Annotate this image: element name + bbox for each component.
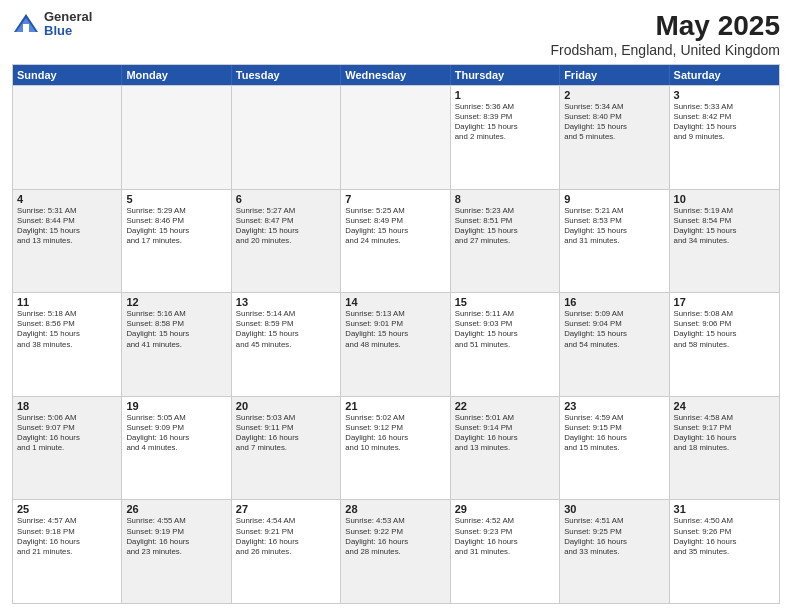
day-number: 13 [236, 296, 336, 308]
day-number: 16 [564, 296, 664, 308]
title-block: May 2025 Frodsham, England, United Kingd… [550, 10, 780, 58]
day-header-monday: Monday [122, 65, 231, 85]
day-number: 12 [126, 296, 226, 308]
day-number: 30 [564, 503, 664, 515]
day-number: 25 [17, 503, 117, 515]
day-number: 18 [17, 400, 117, 412]
calendar-row: 1Sunrise: 5:36 AM Sunset: 8:39 PM Daylig… [13, 85, 779, 189]
logo-icon [12, 10, 40, 38]
day-info: Sunrise: 5:11 AM Sunset: 9:03 PM Dayligh… [455, 309, 555, 350]
calendar-header: SundayMondayTuesdayWednesdayThursdayFrid… [13, 65, 779, 85]
day-info: Sunrise: 5:23 AM Sunset: 8:51 PM Dayligh… [455, 206, 555, 247]
day-number: 31 [674, 503, 775, 515]
day-number: 27 [236, 503, 336, 515]
calendar-cell: 7Sunrise: 5:25 AM Sunset: 8:49 PM Daylig… [341, 190, 450, 293]
day-number: 22 [455, 400, 555, 412]
calendar-cell: 15Sunrise: 5:11 AM Sunset: 9:03 PM Dayli… [451, 293, 560, 396]
calendar-cell [122, 86, 231, 189]
day-info: Sunrise: 5:06 AM Sunset: 9:07 PM Dayligh… [17, 413, 117, 454]
logo-text: General Blue [44, 10, 92, 39]
calendar-cell: 25Sunrise: 4:57 AM Sunset: 9:18 PM Dayli… [13, 500, 122, 603]
day-info: Sunrise: 5:16 AM Sunset: 8:58 PM Dayligh… [126, 309, 226, 350]
calendar-cell: 24Sunrise: 4:58 AM Sunset: 9:17 PM Dayli… [670, 397, 779, 500]
day-number: 2 [564, 89, 664, 101]
calendar-cell: 26Sunrise: 4:55 AM Sunset: 9:19 PM Dayli… [122, 500, 231, 603]
main-title: May 2025 [550, 10, 780, 42]
day-number: 8 [455, 193, 555, 205]
day-header-thursday: Thursday [451, 65, 560, 85]
day-info: Sunrise: 5:02 AM Sunset: 9:12 PM Dayligh… [345, 413, 445, 454]
day-number: 9 [564, 193, 664, 205]
day-info: Sunrise: 4:54 AM Sunset: 9:21 PM Dayligh… [236, 516, 336, 557]
day-number: 6 [236, 193, 336, 205]
calendar-cell: 11Sunrise: 5:18 AM Sunset: 8:56 PM Dayli… [13, 293, 122, 396]
day-info: Sunrise: 5:27 AM Sunset: 8:47 PM Dayligh… [236, 206, 336, 247]
day-number: 5 [126, 193, 226, 205]
calendar-cell: 22Sunrise: 5:01 AM Sunset: 9:14 PM Dayli… [451, 397, 560, 500]
subtitle: Frodsham, England, United Kingdom [550, 42, 780, 58]
calendar-cell: 6Sunrise: 5:27 AM Sunset: 8:47 PM Daylig… [232, 190, 341, 293]
day-info: Sunrise: 5:36 AM Sunset: 8:39 PM Dayligh… [455, 102, 555, 143]
day-header-sunday: Sunday [13, 65, 122, 85]
calendar-cell [13, 86, 122, 189]
day-info: Sunrise: 5:21 AM Sunset: 8:53 PM Dayligh… [564, 206, 664, 247]
calendar-cell: 23Sunrise: 4:59 AM Sunset: 9:15 PM Dayli… [560, 397, 669, 500]
calendar-row: 25Sunrise: 4:57 AM Sunset: 9:18 PM Dayli… [13, 499, 779, 603]
day-number: 28 [345, 503, 445, 515]
day-number: 26 [126, 503, 226, 515]
day-number: 29 [455, 503, 555, 515]
calendar-cell: 28Sunrise: 4:53 AM Sunset: 9:22 PM Dayli… [341, 500, 450, 603]
day-number: 1 [455, 89, 555, 101]
day-info: Sunrise: 5:19 AM Sunset: 8:54 PM Dayligh… [674, 206, 775, 247]
day-info: Sunrise: 5:05 AM Sunset: 9:09 PM Dayligh… [126, 413, 226, 454]
calendar: SundayMondayTuesdayWednesdayThursdayFrid… [12, 64, 780, 604]
day-info: Sunrise: 5:29 AM Sunset: 8:46 PM Dayligh… [126, 206, 226, 247]
calendar-cell: 16Sunrise: 5:09 AM Sunset: 9:04 PM Dayli… [560, 293, 669, 396]
day-info: Sunrise: 5:14 AM Sunset: 8:59 PM Dayligh… [236, 309, 336, 350]
calendar-cell: 29Sunrise: 4:52 AM Sunset: 9:23 PM Dayli… [451, 500, 560, 603]
calendar-row: 11Sunrise: 5:18 AM Sunset: 8:56 PM Dayli… [13, 292, 779, 396]
calendar-cell [232, 86, 341, 189]
day-info: Sunrise: 5:08 AM Sunset: 9:06 PM Dayligh… [674, 309, 775, 350]
calendar-cell: 3Sunrise: 5:33 AM Sunset: 8:42 PM Daylig… [670, 86, 779, 189]
day-info: Sunrise: 5:34 AM Sunset: 8:40 PM Dayligh… [564, 102, 664, 143]
calendar-cell: 1Sunrise: 5:36 AM Sunset: 8:39 PM Daylig… [451, 86, 560, 189]
page-container: General Blue May 2025 Frodsham, England,… [0, 0, 792, 612]
calendar-cell: 27Sunrise: 4:54 AM Sunset: 9:21 PM Dayli… [232, 500, 341, 603]
logo-blue: Blue [44, 24, 92, 38]
day-number: 10 [674, 193, 775, 205]
day-number: 14 [345, 296, 445, 308]
day-info: Sunrise: 4:53 AM Sunset: 9:22 PM Dayligh… [345, 516, 445, 557]
calendar-cell: 8Sunrise: 5:23 AM Sunset: 8:51 PM Daylig… [451, 190, 560, 293]
day-number: 21 [345, 400, 445, 412]
day-number: 19 [126, 400, 226, 412]
day-header-saturday: Saturday [670, 65, 779, 85]
calendar-cell: 18Sunrise: 5:06 AM Sunset: 9:07 PM Dayli… [13, 397, 122, 500]
day-header-friday: Friday [560, 65, 669, 85]
logo: General Blue [12, 10, 92, 39]
day-info: Sunrise: 5:33 AM Sunset: 8:42 PM Dayligh… [674, 102, 775, 143]
day-number: 24 [674, 400, 775, 412]
day-header-wednesday: Wednesday [341, 65, 450, 85]
day-number: 3 [674, 89, 775, 101]
svg-rect-2 [23, 24, 29, 32]
day-info: Sunrise: 4:57 AM Sunset: 9:18 PM Dayligh… [17, 516, 117, 557]
calendar-row: 4Sunrise: 5:31 AM Sunset: 8:44 PM Daylig… [13, 189, 779, 293]
calendar-cell: 12Sunrise: 5:16 AM Sunset: 8:58 PM Dayli… [122, 293, 231, 396]
calendar-cell: 5Sunrise: 5:29 AM Sunset: 8:46 PM Daylig… [122, 190, 231, 293]
calendar-cell: 17Sunrise: 5:08 AM Sunset: 9:06 PM Dayli… [670, 293, 779, 396]
day-number: 20 [236, 400, 336, 412]
calendar-cell: 13Sunrise: 5:14 AM Sunset: 8:59 PM Dayli… [232, 293, 341, 396]
calendar-cell: 14Sunrise: 5:13 AM Sunset: 9:01 PM Dayli… [341, 293, 450, 396]
day-info: Sunrise: 4:52 AM Sunset: 9:23 PM Dayligh… [455, 516, 555, 557]
day-info: Sunrise: 4:59 AM Sunset: 9:15 PM Dayligh… [564, 413, 664, 454]
calendar-cell: 20Sunrise: 5:03 AM Sunset: 9:11 PM Dayli… [232, 397, 341, 500]
day-info: Sunrise: 4:50 AM Sunset: 9:26 PM Dayligh… [674, 516, 775, 557]
logo-general: General [44, 10, 92, 24]
day-number: 15 [455, 296, 555, 308]
calendar-cell: 19Sunrise: 5:05 AM Sunset: 9:09 PM Dayli… [122, 397, 231, 500]
calendar-cell [341, 86, 450, 189]
day-number: 11 [17, 296, 117, 308]
day-info: Sunrise: 5:03 AM Sunset: 9:11 PM Dayligh… [236, 413, 336, 454]
day-info: Sunrise: 5:13 AM Sunset: 9:01 PM Dayligh… [345, 309, 445, 350]
